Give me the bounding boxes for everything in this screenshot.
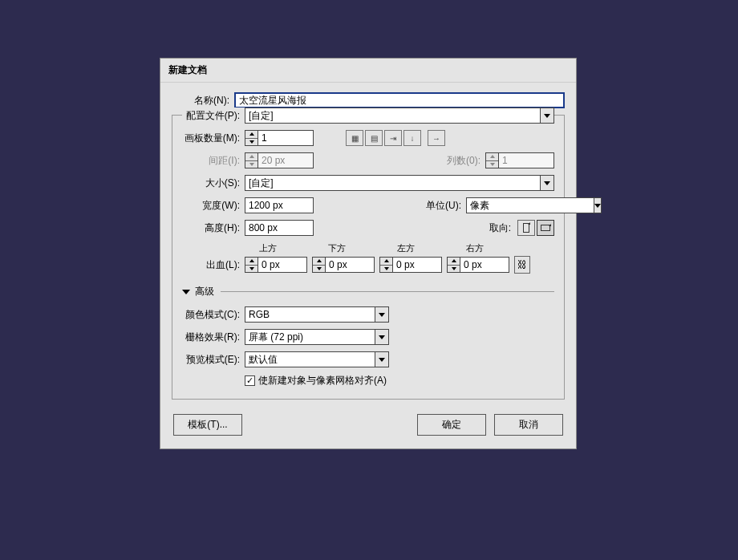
arrange-right-icon[interactable]: ⇥ bbox=[384, 130, 402, 146]
spin-up-icon[interactable] bbox=[313, 258, 325, 266]
spin-down-icon[interactable] bbox=[313, 266, 325, 273]
bleed-left-spinner[interactable] bbox=[379, 257, 442, 273]
name-input[interactable] bbox=[234, 92, 565, 108]
units-value[interactable] bbox=[466, 197, 594, 213]
preview-mode-label: 预览模式(E): bbox=[182, 353, 245, 367]
artboards-spinner[interactable] bbox=[245, 130, 314, 146]
align-grid-checkbox[interactable]: ✓ bbox=[245, 375, 255, 386]
bleed-label: 出血(L): bbox=[182, 258, 245, 272]
height-label: 高度(H): bbox=[182, 221, 245, 235]
chevron-down-icon[interactable] bbox=[594, 197, 602, 213]
size-dropdown[interactable] bbox=[245, 175, 554, 191]
raster-effects-value[interactable] bbox=[245, 329, 375, 345]
spin-up-icon bbox=[245, 153, 257, 161]
artboards-input[interactable] bbox=[257, 130, 314, 146]
spin-up-icon[interactable] bbox=[448, 258, 460, 266]
color-mode-label: 颜色模式(C): bbox=[182, 308, 245, 322]
height-input[interactable] bbox=[245, 220, 314, 236]
grid-by-col-icon[interactable]: ▤ bbox=[365, 130, 383, 146]
profile-value[interactable] bbox=[245, 108, 540, 124]
preview-mode-value[interactable] bbox=[245, 351, 375, 367]
columns-spinner bbox=[485, 152, 554, 168]
spin-up-icon[interactable] bbox=[245, 258, 257, 266]
width-label: 宽度(W): bbox=[182, 199, 245, 213]
raster-effects-dropdown[interactable] bbox=[245, 329, 389, 345]
chevron-down-icon[interactable] bbox=[375, 306, 389, 323]
spin-down-icon[interactable] bbox=[245, 266, 257, 273]
chevron-down-icon[interactable] bbox=[540, 175, 554, 191]
templates-button[interactable]: 模板(T)... bbox=[173, 414, 242, 436]
chevron-down-icon[interactable] bbox=[540, 108, 554, 124]
new-document-dialog: 新建文档 名称(N): 配置文件(P): 画板数量(M): bbox=[160, 58, 577, 449]
preview-mode-dropdown[interactable] bbox=[245, 351, 389, 367]
bleed-bottom-spinner[interactable] bbox=[312, 257, 375, 273]
ok-button[interactable]: 确定 bbox=[417, 414, 486, 436]
spin-down-icon bbox=[245, 161, 257, 168]
artboards-label: 画板数量(M): bbox=[182, 132, 245, 145]
bleed-bottom-label: 下方 bbox=[314, 242, 378, 254]
grid-by-row-icon[interactable]: ▦ bbox=[346, 130, 363, 146]
bleed-right-input[interactable] bbox=[460, 257, 509, 273]
spacing-label: 间距(I): bbox=[182, 154, 245, 168]
bleed-bottom-input[interactable] bbox=[325, 257, 375, 273]
profile-dropdown[interactable] bbox=[245, 108, 554, 124]
bleed-top-input[interactable] bbox=[257, 257, 307, 273]
arrange-left-icon[interactable]: → bbox=[428, 130, 445, 146]
document-settings-group: 配置文件(P): 画板数量(M): ▦ ▤ ⇥ ↓ → bbox=[172, 115, 565, 400]
orientation-portrait-button[interactable] bbox=[517, 220, 535, 236]
columns-input bbox=[498, 152, 554, 168]
bleed-top-label: 上方 bbox=[245, 242, 309, 254]
landscape-icon bbox=[541, 225, 550, 231]
spin-down-icon[interactable] bbox=[380, 266, 392, 273]
bleed-top-spinner[interactable] bbox=[245, 257, 307, 273]
cancel-button[interactable]: 取消 bbox=[494, 414, 563, 436]
spin-up-icon bbox=[486, 153, 498, 161]
spin-up-icon[interactable] bbox=[245, 131, 257, 139]
size-label: 大小(S): bbox=[182, 177, 245, 190]
color-mode-dropdown[interactable] bbox=[245, 306, 389, 323]
chevron-down-icon[interactable] bbox=[375, 329, 389, 345]
bleed-left-input[interactable] bbox=[392, 257, 442, 273]
units-label: 单位(U): bbox=[418, 199, 466, 213]
raster-effects-label: 栅格效果(R): bbox=[182, 331, 245, 344]
dialog-content: 名称(N): 配置文件(P): 画板数量(M): ▦ bbox=[160, 83, 576, 406]
triangle-down-icon bbox=[182, 290, 190, 294]
units-dropdown[interactable] bbox=[466, 197, 554, 213]
bleed-right-spinner[interactable] bbox=[447, 257, 509, 273]
portrait-icon bbox=[523, 223, 529, 233]
spin-down-icon bbox=[486, 161, 498, 168]
spacing-input bbox=[257, 152, 314, 168]
width-input[interactable] bbox=[245, 197, 314, 213]
bleed-right-label: 右方 bbox=[452, 242, 516, 254]
advanced-section-header[interactable]: 高级 bbox=[182, 285, 554, 298]
spacing-spinner bbox=[245, 152, 314, 168]
spin-down-icon[interactable] bbox=[448, 266, 460, 273]
size-value[interactable] bbox=[245, 175, 540, 191]
dialog-title: 新建文档 bbox=[160, 59, 576, 83]
dialog-footer: 模板(T)... 确定 取消 bbox=[160, 406, 576, 448]
spin-down-icon[interactable] bbox=[245, 139, 257, 146]
name-label: 名称(N): bbox=[172, 94, 234, 108]
bleed-left-label: 左方 bbox=[383, 242, 447, 254]
arrange-down-icon[interactable]: ↓ bbox=[403, 130, 421, 146]
chevron-down-icon[interactable] bbox=[375, 351, 389, 367]
orientation-landscape-button[interactable] bbox=[537, 220, 554, 236]
columns-label: 列数(0): bbox=[437, 154, 485, 168]
orientation-label: 取向: bbox=[468, 221, 516, 235]
link-bleed-icon[interactable]: ⛓ bbox=[514, 256, 530, 274]
spin-up-icon[interactable] bbox=[380, 258, 392, 266]
align-grid-label: 使新建对象与像素网格对齐(A) bbox=[258, 374, 387, 388]
profile-label: 配置文件(P): bbox=[182, 109, 245, 123]
color-mode-value[interactable] bbox=[245, 306, 375, 323]
advanced-label: 高级 bbox=[195, 285, 214, 298]
